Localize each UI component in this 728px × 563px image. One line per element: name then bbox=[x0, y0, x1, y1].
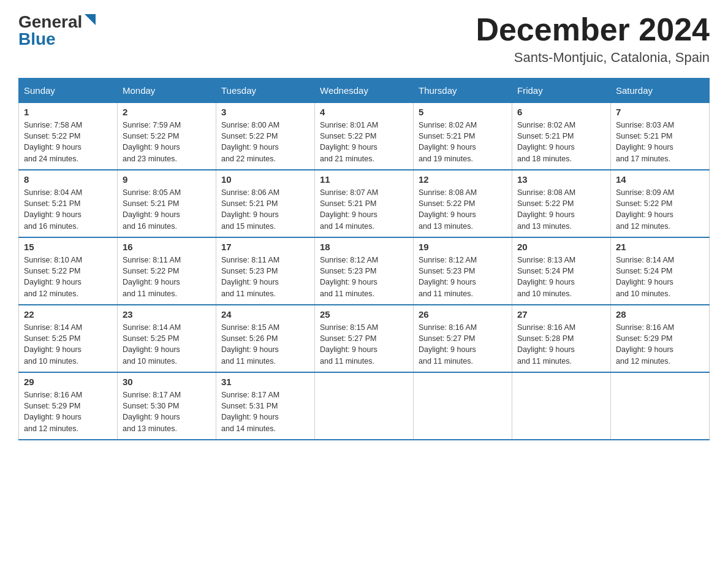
calendar-cell: 30Sunrise: 8:17 AM Sunset: 5:30 PM Dayli… bbox=[118, 372, 216, 440]
col-header-friday: Friday bbox=[512, 79, 611, 102]
day-info: Sunrise: 8:14 AM Sunset: 5:25 PM Dayligh… bbox=[123, 322, 211, 367]
calendar-cell bbox=[414, 372, 512, 440]
week-row-4: 22Sunrise: 8:14 AM Sunset: 5:25 PM Dayli… bbox=[19, 305, 710, 372]
week-row-3: 15Sunrise: 8:10 AM Sunset: 5:22 PM Dayli… bbox=[19, 237, 710, 305]
day-number: 16 bbox=[123, 242, 211, 252]
day-info: Sunrise: 8:14 AM Sunset: 5:25 PM Dayligh… bbox=[24, 322, 112, 367]
calendar-cell: 24Sunrise: 8:15 AM Sunset: 5:26 PM Dayli… bbox=[216, 305, 315, 372]
day-info: Sunrise: 8:02 AM Sunset: 5:21 PM Dayligh… bbox=[517, 120, 605, 164]
col-header-thursday: Thursday bbox=[414, 79, 512, 102]
day-info: Sunrise: 8:02 AM Sunset: 5:21 PM Dayligh… bbox=[419, 120, 507, 164]
day-number: 3 bbox=[221, 107, 309, 117]
col-header-monday: Monday bbox=[118, 79, 216, 102]
calendar-cell: 31Sunrise: 8:17 AM Sunset: 5:31 PM Dayli… bbox=[216, 372, 315, 440]
day-info: Sunrise: 8:16 AM Sunset: 5:27 PM Dayligh… bbox=[419, 322, 507, 367]
calendar-cell: 22Sunrise: 8:14 AM Sunset: 5:25 PM Dayli… bbox=[19, 305, 118, 372]
col-header-sunday: Sunday bbox=[19, 79, 118, 102]
day-number: 5 bbox=[419, 107, 507, 117]
day-info: Sunrise: 8:07 AM Sunset: 5:21 PM Dayligh… bbox=[320, 187, 408, 232]
day-number: 29 bbox=[24, 377, 112, 387]
calendar-cell: 18Sunrise: 8:12 AM Sunset: 5:23 PM Dayli… bbox=[315, 237, 414, 305]
day-info: Sunrise: 8:03 AM Sunset: 5:21 PM Dayligh… bbox=[616, 120, 704, 164]
calendar-cell: 27Sunrise: 8:16 AM Sunset: 5:28 PM Dayli… bbox=[512, 305, 611, 372]
day-number: 14 bbox=[616, 174, 704, 185]
calendar-cell: 17Sunrise: 8:11 AM Sunset: 5:23 PM Dayli… bbox=[216, 237, 315, 305]
calendar-header-row: SundayMondayTuesdayWednesdayThursdayFrid… bbox=[19, 79, 710, 102]
day-number: 6 bbox=[517, 107, 605, 117]
month-title: December 2024 bbox=[476, 12, 710, 47]
day-info: Sunrise: 8:08 AM Sunset: 5:22 PM Dayligh… bbox=[517, 187, 605, 232]
day-info: Sunrise: 8:08 AM Sunset: 5:22 PM Dayligh… bbox=[419, 187, 507, 232]
day-number: 15 bbox=[24, 242, 112, 252]
day-number: 4 bbox=[320, 107, 408, 117]
day-number: 27 bbox=[517, 309, 605, 320]
day-info: Sunrise: 8:13 AM Sunset: 5:24 PM Dayligh… bbox=[517, 255, 605, 299]
day-number: 10 bbox=[221, 174, 309, 185]
calendar-table: SundayMondayTuesdayWednesdayThursdayFrid… bbox=[18, 78, 710, 440]
day-info: Sunrise: 8:15 AM Sunset: 5:26 PM Dayligh… bbox=[221, 322, 309, 367]
day-number: 11 bbox=[320, 174, 408, 185]
calendar-cell: 20Sunrise: 8:13 AM Sunset: 5:24 PM Dayli… bbox=[512, 237, 611, 305]
calendar-cell bbox=[512, 372, 611, 440]
calendar-cell: 16Sunrise: 8:11 AM Sunset: 5:22 PM Dayli… bbox=[118, 237, 216, 305]
calendar-cell: 26Sunrise: 8:16 AM Sunset: 5:27 PM Dayli… bbox=[414, 305, 512, 372]
day-number: 19 bbox=[419, 242, 507, 252]
calendar-cell: 1Sunrise: 7:58 AM Sunset: 5:22 PM Daylig… bbox=[19, 102, 118, 170]
day-number: 31 bbox=[221, 377, 309, 387]
day-number: 18 bbox=[320, 242, 408, 252]
day-info: Sunrise: 8:12 AM Sunset: 5:23 PM Dayligh… bbox=[419, 255, 507, 299]
calendar-cell: 7Sunrise: 8:03 AM Sunset: 5:21 PM Daylig… bbox=[611, 102, 710, 170]
day-info: Sunrise: 8:05 AM Sunset: 5:21 PM Dayligh… bbox=[123, 187, 211, 232]
col-header-wednesday: Wednesday bbox=[315, 79, 414, 102]
calendar-cell bbox=[611, 372, 710, 440]
day-number: 26 bbox=[419, 309, 507, 320]
calendar-cell: 3Sunrise: 8:00 AM Sunset: 5:22 PM Daylig… bbox=[216, 102, 315, 170]
week-row-1: 1Sunrise: 7:58 AM Sunset: 5:22 PM Daylig… bbox=[19, 102, 710, 170]
day-info: Sunrise: 8:09 AM Sunset: 5:22 PM Dayligh… bbox=[616, 187, 704, 232]
day-info: Sunrise: 8:00 AM Sunset: 5:22 PM Dayligh… bbox=[221, 120, 309, 164]
day-info: Sunrise: 8:11 AM Sunset: 5:23 PM Dayligh… bbox=[221, 255, 309, 299]
calendar-cell: 8Sunrise: 8:04 AM Sunset: 5:21 PM Daylig… bbox=[19, 170, 118, 237]
day-info: Sunrise: 8:10 AM Sunset: 5:22 PM Dayligh… bbox=[24, 255, 112, 299]
day-number: 25 bbox=[320, 309, 408, 320]
col-header-tuesday: Tuesday bbox=[216, 79, 315, 102]
day-number: 23 bbox=[123, 309, 211, 320]
calendar-cell: 13Sunrise: 8:08 AM Sunset: 5:22 PM Dayli… bbox=[512, 170, 611, 237]
day-number: 12 bbox=[419, 174, 507, 185]
day-number: 20 bbox=[517, 242, 605, 252]
day-info: Sunrise: 8:17 AM Sunset: 5:31 PM Dayligh… bbox=[221, 389, 309, 434]
day-info: Sunrise: 8:16 AM Sunset: 5:29 PM Dayligh… bbox=[24, 389, 112, 434]
page-header: General Blue December 2024 Sants-Montjui… bbox=[18, 12, 710, 66]
calendar-cell: 10Sunrise: 8:06 AM Sunset: 5:21 PM Dayli… bbox=[216, 170, 315, 237]
day-number: 30 bbox=[123, 377, 211, 387]
calendar-cell: 25Sunrise: 8:15 AM Sunset: 5:27 PM Dayli… bbox=[315, 305, 414, 372]
day-number: 21 bbox=[616, 242, 704, 252]
day-number: 24 bbox=[221, 309, 309, 320]
calendar-cell bbox=[315, 372, 414, 440]
day-number: 22 bbox=[24, 309, 112, 320]
day-number: 17 bbox=[221, 242, 309, 252]
calendar-cell: 9Sunrise: 8:05 AM Sunset: 5:21 PM Daylig… bbox=[118, 170, 216, 237]
logo-blue-text: Blue bbox=[18, 29, 96, 49]
svg-marker-0 bbox=[85, 14, 96, 25]
week-row-2: 8Sunrise: 8:04 AM Sunset: 5:21 PM Daylig… bbox=[19, 170, 710, 237]
calendar-cell: 12Sunrise: 8:08 AM Sunset: 5:22 PM Dayli… bbox=[414, 170, 512, 237]
day-info: Sunrise: 8:04 AM Sunset: 5:21 PM Dayligh… bbox=[24, 187, 112, 232]
logo-arrow-icon bbox=[85, 14, 96, 28]
day-number: 8 bbox=[24, 174, 112, 185]
day-info: Sunrise: 8:11 AM Sunset: 5:22 PM Dayligh… bbox=[123, 255, 211, 299]
calendar-cell: 11Sunrise: 8:07 AM Sunset: 5:21 PM Dayli… bbox=[315, 170, 414, 237]
day-number: 2 bbox=[123, 107, 211, 117]
calendar-cell: 14Sunrise: 8:09 AM Sunset: 5:22 PM Dayli… bbox=[611, 170, 710, 237]
day-number: 1 bbox=[24, 107, 112, 117]
day-number: 7 bbox=[616, 107, 704, 117]
day-number: 9 bbox=[123, 174, 211, 185]
day-info: Sunrise: 8:16 AM Sunset: 5:28 PM Dayligh… bbox=[517, 322, 605, 367]
day-info: Sunrise: 7:58 AM Sunset: 5:22 PM Dayligh… bbox=[24, 120, 112, 164]
day-info: Sunrise: 8:17 AM Sunset: 5:30 PM Dayligh… bbox=[123, 389, 211, 434]
day-info: Sunrise: 8:06 AM Sunset: 5:21 PM Dayligh… bbox=[221, 187, 309, 232]
calendar-cell: 5Sunrise: 8:02 AM Sunset: 5:21 PM Daylig… bbox=[414, 102, 512, 170]
calendar-cell: 29Sunrise: 8:16 AM Sunset: 5:29 PM Dayli… bbox=[19, 372, 118, 440]
day-info: Sunrise: 7:59 AM Sunset: 5:22 PM Dayligh… bbox=[123, 120, 211, 164]
location-title: Sants-Montjuic, Catalonia, Spain bbox=[476, 50, 710, 66]
